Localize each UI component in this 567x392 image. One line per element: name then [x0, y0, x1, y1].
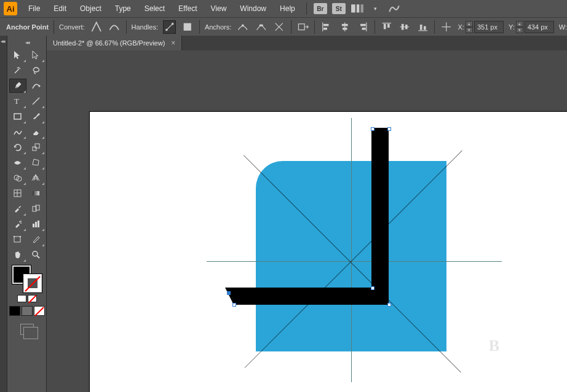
align-bottom-button[interactable] — [416, 20, 429, 34]
menu-select[interactable]: Select — [138, 2, 171, 15]
convert-smooth-button[interactable] — [108, 20, 121, 34]
app-logo: Ai — [4, 2, 17, 15]
align-hcenter-button[interactable] — [338, 20, 351, 34]
svg-rect-13 — [323, 28, 327, 30]
menu-edit[interactable]: Edit — [47, 2, 73, 15]
anchor-point[interactable] — [371, 127, 375, 131]
y-input[interactable] — [525, 21, 554, 33]
lasso-tool[interactable] — [28, 63, 45, 77]
type-tool[interactable]: T — [9, 94, 26, 108]
canvas[interactable]: B — [47, 50, 567, 392]
close-icon[interactable]: × — [171, 39, 175, 47]
menu-effect[interactable]: Effect — [172, 2, 203, 15]
show-handles-multi-button[interactable] — [163, 20, 176, 34]
menu-file[interactable]: File — [22, 2, 46, 15]
color-swatch-gray[interactable] — [22, 306, 33, 316]
cut-path-button[interactable] — [272, 20, 285, 34]
shaper-tool[interactable] — [9, 125, 26, 139]
svg-rect-51 — [14, 237, 20, 242]
svg-line-33 — [33, 98, 39, 104]
hide-handles-button[interactable] — [181, 20, 194, 34]
line-segment-tool[interactable] — [28, 94, 45, 108]
y-label: Y: — [509, 23, 515, 31]
y-stepper[interactable]: ▴▾ — [516, 21, 523, 33]
artboard-tool[interactable] — [9, 232, 26, 246]
selection-tool[interactable] — [9, 48, 26, 62]
draw-mode-toggle[interactable] — [15, 322, 39, 337]
align-left-button[interactable] — [320, 20, 333, 34]
gpu-preview-icon[interactable] — [387, 2, 401, 15]
magic-wand-tool[interactable] — [9, 63, 26, 77]
zoom-tool[interactable] — [28, 248, 45, 262]
isolate-button[interactable] — [296, 20, 309, 34]
slice-tool[interactable] — [28, 232, 45, 246]
blend-tool[interactable] — [28, 202, 45, 216]
color-swatch-none[interactable] — [34, 306, 45, 316]
arrange-documents-icon[interactable] — [351, 2, 364, 15]
reference-point-icon[interactable] — [440, 20, 453, 34]
anchor-point[interactable] — [387, 303, 391, 307]
shape-builder-tool[interactable] — [9, 171, 26, 185]
collapse-chevron-icon[interactable]: ◂◂ — [1, 38, 4, 44]
x-stepper[interactable]: ▴▾ — [466, 21, 473, 33]
remove-anchor-button[interactable] — [236, 20, 249, 34]
free-transform-tool[interactable] — [28, 155, 45, 170]
stock-badge[interactable]: St — [332, 3, 346, 14]
separator — [54, 20, 54, 34]
svg-point-47 — [20, 221, 22, 222]
mesh-tool[interactable] — [9, 186, 26, 200]
anchor-point[interactable] — [387, 127, 391, 131]
swap-fill-stroke-icon[interactable] — [17, 295, 26, 302]
palette-collapse-icon[interactable]: ◂◂ — [25, 39, 29, 45]
convert-corner-button[interactable] — [90, 20, 103, 34]
arrange-dropdown-icon[interactable]: ▾ — [369, 2, 383, 15]
perspective-grid-tool[interactable] — [28, 171, 45, 185]
eyedropper-tool[interactable] — [9, 202, 26, 216]
fill-stroke-swatch[interactable] — [12, 265, 42, 292]
bridge-badge[interactable]: Br — [314, 3, 327, 14]
y-field: Y: ▴▾ — [509, 21, 554, 33]
menu-type[interactable]: Type — [109, 2, 137, 15]
x-field: X: ▴▾ — [458, 21, 504, 33]
smart-guide-vertical — [351, 118, 352, 382]
rectangle-tool[interactable] — [9, 109, 26, 123]
scale-tool[interactable] — [28, 140, 45, 154]
curvature-tool[interactable] — [28, 79, 45, 93]
align-vcenter-button[interactable] — [398, 20, 411, 34]
eraser-tool[interactable] — [28, 125, 45, 139]
symbol-sprayer-tool[interactable] — [9, 217, 26, 231]
stroke-swatch[interactable] — [23, 274, 42, 292]
left-panel-strip[interactable]: ◂◂ — [0, 36, 7, 392]
hand-tool[interactable] — [9, 248, 26, 262]
svg-rect-27 — [419, 25, 422, 30]
separator — [314, 20, 315, 34]
x-input[interactable] — [474, 21, 504, 33]
anchor-point[interactable] — [232, 303, 236, 307]
anchor-point-selected[interactable] — [227, 291, 231, 295]
svg-rect-53 — [20, 236, 21, 237]
smart-guide-horizontal — [207, 261, 502, 262]
svg-rect-24 — [402, 24, 404, 30]
svg-rect-6 — [184, 23, 191, 30]
svg-line-5 — [167, 24, 173, 30]
menu-view[interactable]: View — [205, 2, 233, 15]
svg-point-46 — [20, 222, 22, 224]
anchor-point[interactable] — [371, 286, 375, 290]
menu-window[interactable]: Window — [234, 2, 272, 15]
menu-help[interactable]: Help — [274, 2, 301, 15]
rotate-tool[interactable] — [9, 140, 26, 154]
gradient-tool[interactable] — [28, 186, 45, 200]
menu-object[interactable]: Object — [74, 2, 108, 15]
paintbrush-tool[interactable] — [28, 109, 45, 123]
connect-endpoints-button[interactable] — [255, 20, 268, 34]
align-right-button[interactable] — [356, 20, 369, 34]
color-swatch-black[interactable] — [9, 306, 20, 316]
align-top-button[interactable] — [380, 20, 393, 34]
width-tool[interactable] — [9, 155, 26, 170]
default-fill-stroke-icon[interactable] — [28, 295, 37, 302]
direct-selection-tool[interactable] — [28, 48, 45, 62]
svg-rect-49 — [35, 222, 37, 227]
column-graph-tool[interactable] — [28, 217, 45, 231]
tab-untitled-2[interactable]: Untitled-2* @ 66.67% (RGB/Preview) × — [47, 36, 182, 50]
pen-tool[interactable] — [9, 79, 26, 93]
